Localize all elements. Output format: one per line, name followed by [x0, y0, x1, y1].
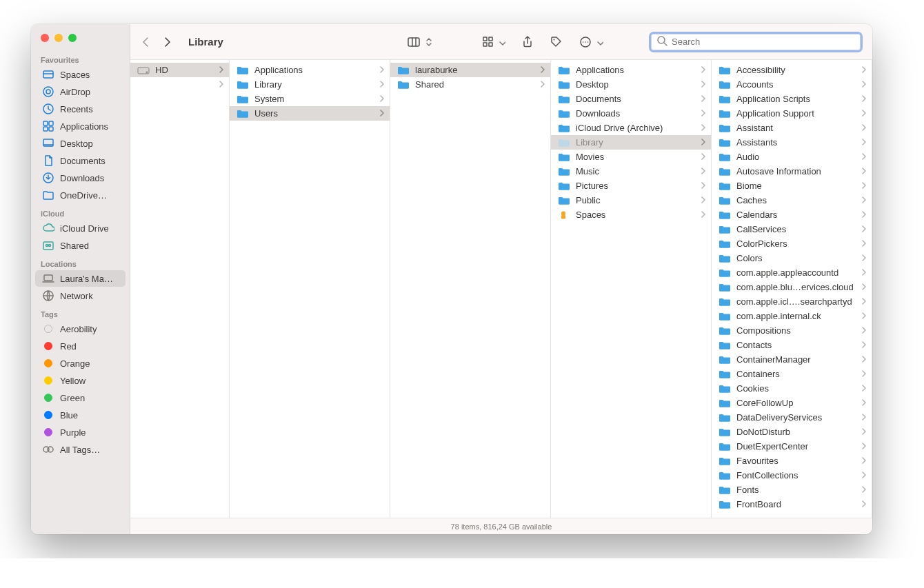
sidebar-item-shared[interactable]: Shared: [35, 237, 125, 254]
list-item[interactable]: Movies: [551, 150, 711, 164]
sidebar-item-aerobility[interactable]: Aerobility: [35, 321, 125, 337]
item-name: Library: [576, 137, 696, 148]
more-button[interactable]: [574, 32, 607, 52]
list-item[interactable]: DataDeliveryServices: [712, 410, 872, 425]
list-item[interactable]: [130, 77, 229, 92]
list-item[interactable]: ColorPickers: [712, 236, 872, 251]
list-item[interactable]: Pictures: [551, 179, 711, 193]
view-mode-button[interactable]: [403, 33, 436, 51]
chevron-right-icon: [862, 413, 866, 423]
folder-icon: [719, 427, 731, 437]
list-item[interactable]: FrontBoard: [712, 497, 872, 511]
list-item[interactable]: Assistant: [712, 121, 872, 135]
list-item[interactable]: ContainerManager: [712, 352, 872, 367]
list-item[interactable]: Biome: [712, 179, 872, 193]
list-item[interactable]: Application Support: [712, 106, 872, 121]
column-0[interactable]: HD: [130, 60, 230, 518]
list-item[interactable]: Accessibility: [712, 63, 872, 77]
list-item[interactable]: com.apple.appleaccountd: [712, 265, 872, 280]
list-item[interactable]: Users: [230, 106, 390, 121]
list-item[interactable]: Library: [551, 135, 711, 150]
sidebar-item-yellow[interactable]: Yellow: [35, 372, 125, 389]
list-item[interactable]: CoreFollowUp: [712, 396, 872, 410]
sidebar-item-airdrop[interactable]: AirDrop: [35, 83, 125, 100]
list-item[interactable]: Application Scripts: [712, 92, 872, 106]
list-item[interactable]: System: [230, 92, 390, 106]
sidebar-item-all-tags-[interactable]: All Tags…: [35, 441, 125, 458]
list-item[interactable]: Applications: [230, 63, 390, 77]
sidebar-item-documents[interactable]: Documents: [35, 152, 125, 169]
sidebar-item-onedrive-[interactable]: OneDrive…: [35, 187, 125, 203]
list-item[interactable]: Public: [551, 193, 711, 207]
list-item[interactable]: Documents: [551, 92, 711, 106]
list-item[interactable]: CallServices: [712, 222, 872, 236]
list-item[interactable]: Accounts: [712, 77, 872, 92]
sidebar-item-orange[interactable]: Orange: [35, 355, 125, 372]
search-field[interactable]: [649, 32, 863, 52]
sidebar-item-recents[interactable]: Recents: [35, 101, 125, 117]
minimize-window-button[interactable]: [54, 34, 63, 42]
list-item[interactable]: Fonts: [712, 483, 872, 497]
list-item[interactable]: Applications: [551, 63, 711, 77]
list-item[interactable]: DuetExpertCenter: [712, 439, 872, 454]
column-1[interactable]: ApplicationsLibrarySystemUsers: [230, 60, 390, 518]
back-button[interactable]: [140, 36, 151, 48]
list-item[interactable]: Downloads: [551, 106, 711, 121]
sidebar-item-network[interactable]: Network: [35, 287, 125, 304]
sidebar-item-red[interactable]: Red: [35, 338, 125, 354]
list-item[interactable]: com.apple.internal.ck: [712, 309, 872, 323]
tagc-icon: [42, 323, 54, 335]
sidebar-item-downloads[interactable]: Downloads: [35, 170, 125, 186]
list-item[interactable]: Compositions: [712, 323, 872, 338]
tags-button[interactable]: [545, 32, 568, 52]
close-window-button[interactable]: [41, 34, 49, 42]
list-item[interactable]: Contacts: [712, 338, 872, 352]
list-item[interactable]: Cookies: [712, 381, 872, 396]
share-button[interactable]: [516, 32, 539, 52]
sidebar-item-blue[interactable]: Blue: [35, 407, 125, 423]
folder-icon: [719, 109, 731, 119]
column-3[interactable]: ApplicationsDesktopDocumentsDownloadsiCl…: [551, 60, 712, 518]
list-item[interactable]: Calendars: [712, 207, 872, 222]
search-input[interactable]: [672, 37, 855, 47]
list-item[interactable]: Music: [551, 164, 711, 179]
list-item[interactable]: Audio: [712, 150, 872, 164]
sidebar-item-laura-s-ma-[interactable]: Laura's Ma…: [35, 270, 125, 287]
list-item[interactable]: Caches: [712, 193, 872, 207]
sidebar-item-purple[interactable]: Purple: [35, 424, 125, 440]
list-item[interactable]: Autosave Information: [712, 164, 872, 179]
list-item[interactable]: com.apple.icl….searchpartyd: [712, 294, 872, 309]
folder-icon: [719, 181, 731, 191]
list-item[interactable]: Desktop: [551, 77, 711, 92]
list-item[interactable]: Colors: [712, 251, 872, 265]
column-2[interactable]: lauraburkeShared: [390, 60, 551, 518]
column-4[interactable]: AccessibilityAccountsApplication Scripts…: [712, 60, 872, 518]
list-item[interactable]: iCloud Drive (Archive): [551, 121, 711, 135]
sidebar-item-spaces[interactable]: Spaces: [35, 66, 125, 83]
list-item[interactable]: com.apple.blu…ervices.cloud: [712, 280, 872, 294]
list-item[interactable]: Library: [230, 77, 390, 92]
list-item[interactable]: lauraburke: [390, 63, 550, 77]
list-item[interactable]: Spaces: [551, 207, 711, 222]
zoom-window-button[interactable]: [68, 34, 77, 42]
list-item[interactable]: HD: [130, 63, 229, 77]
sidebar-item-applications[interactable]: Applications: [35, 118, 125, 134]
cloudfolder-icon: [42, 189, 54, 201]
sidebar-item-icloud-drive[interactable]: iCloud Drive: [35, 220, 125, 236]
group-button[interactable]: [477, 32, 510, 51]
toolbar: Library: [130, 24, 872, 60]
list-item[interactable]: Shared: [390, 77, 550, 92]
list-item[interactable]: Favourites: [712, 454, 872, 468]
folder-icon: [719, 485, 731, 495]
list-item[interactable]: Assistants: [712, 135, 872, 150]
list-item[interactable]: Containers: [712, 367, 872, 381]
cloud-icon: [42, 222, 54, 234]
sidebar-item-desktop[interactable]: Desktop: [35, 135, 125, 152]
list-item[interactable]: FontCollections: [712, 468, 872, 483]
sidebar-item-green[interactable]: Green: [35, 389, 125, 406]
chevron-right-icon: [541, 80, 545, 90]
window-title: Library: [188, 36, 223, 48]
list-item[interactable]: DoNotDisturb: [712, 425, 872, 439]
chevron-right-icon: [862, 254, 866, 263]
forward-button[interactable]: [162, 36, 173, 48]
